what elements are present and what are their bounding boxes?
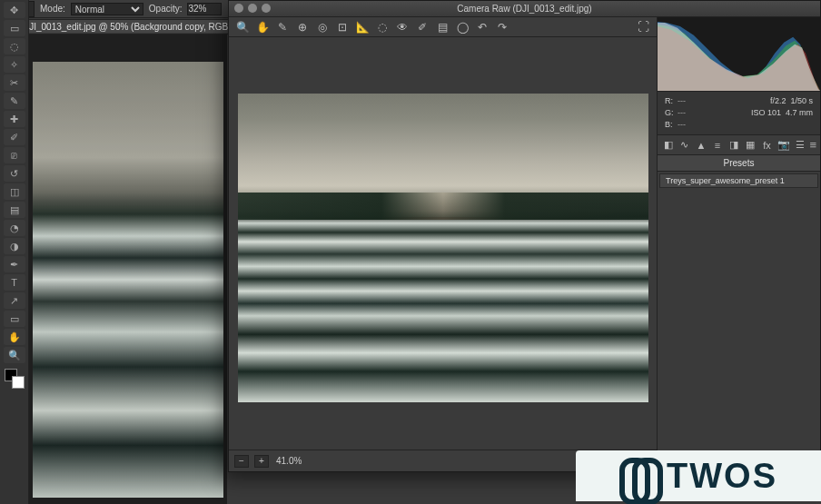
panel-title: Presets <box>658 155 820 172</box>
type-tool-icon[interactable]: T <box>4 274 25 291</box>
opacity-label: Opacity: <box>149 4 183 14</box>
stamp-tool-icon[interactable]: ⎚ <box>4 147 25 163</box>
camera-calib-panel-tab-icon[interactable]: 📷 <box>776 138 790 153</box>
photoshop-canvas[interactable] <box>29 35 227 504</box>
zoom-in-button[interactable]: + <box>254 455 269 468</box>
readout-r-label: R: <box>665 95 678 107</box>
crop-tool-icon[interactable]: ✂ <box>4 74 25 91</box>
photoshop-tool-palette: ✥ ▭ ◌ ✧ ✂ ✎ ✚ ✐ ⎚ ↺ ◫ ▤ ◔ ◑ ✒ T ↗ ▭ ✋ 🔍 <box>0 0 29 504</box>
window-close-icon[interactable] <box>234 4 243 13</box>
spot-removal-tool-icon[interactable]: ◌ <box>374 20 391 35</box>
fullscreen-toggle-icon[interactable]: ⛶ <box>635 20 651 35</box>
readout-b-value: --- <box>678 120 686 129</box>
readout-fstop: f/2.2 <box>770 96 786 105</box>
move-tool-icon[interactable]: ✥ <box>4 2 25 18</box>
window-minimize-icon[interactable] <box>248 4 257 13</box>
window-controls[interactable] <box>234 4 271 13</box>
window-zoom-icon[interactable] <box>262 4 271 13</box>
camera-raw-toolbar: 🔍 ✋ ✎ ⊕ ◎ ⊡ 📐 ◌ 👁 ✐ ▤ ◯ ↶ ↷ ⛶ <box>229 17 657 37</box>
readout-b-label: B: <box>665 119 678 131</box>
hand-tool-icon[interactable]: ✋ <box>254 20 271 35</box>
eyedropper-tool-icon[interactable]: ✎ <box>4 93 25 109</box>
blend-mode-select[interactable]: Normal <box>71 3 143 15</box>
rotate-cw-icon[interactable]: ↷ <box>494 20 510 35</box>
readout-g-value: --- <box>678 108 686 117</box>
camera-raw-side-panel: R:--- f/2.2 1/50 s G:--- ISO 101 4.7 mm … <box>657 17 820 471</box>
readout-g-label: G: <box>665 107 678 119</box>
graduated-filter-tool-icon[interactable]: ▤ <box>434 20 450 35</box>
shape-tool-icon[interactable]: ▭ <box>4 311 25 327</box>
target-adjust-tool-icon[interactable]: ◎ <box>314 20 331 35</box>
adjustment-panel-tabs: ◧ ∿ ▲ ≡ ◨ ▦ fx 📷 ☰ ≡ <box>658 135 820 155</box>
zoom-tool-icon[interactable]: 🔍 <box>234 20 251 35</box>
color-swatches[interactable] <box>5 369 25 389</box>
wand-tool-icon[interactable]: ✧ <box>4 56 25 73</box>
hsl-panel-tab-icon[interactable]: ≡ <box>710 138 724 153</box>
histogram[interactable] <box>658 17 820 92</box>
zoom-out-button[interactable]: − <box>234 455 249 468</box>
crop-tool-icon[interactable]: ⊡ <box>334 20 351 35</box>
color-sampler-tool-icon[interactable]: ⊕ <box>294 20 311 35</box>
blur-tool-icon[interactable]: ◔ <box>4 220 25 236</box>
camera-raw-preview-area[interactable] <box>229 37 657 450</box>
zoom-tool-icon[interactable]: 🔍 <box>4 347 25 363</box>
white-balance-tool-icon[interactable]: ✎ <box>274 20 291 35</box>
rotate-ccw-icon[interactable]: ↶ <box>474 20 490 35</box>
lens-panel-tab-icon[interactable]: ▦ <box>744 138 757 153</box>
curve-panel-tab-icon[interactable]: ∿ <box>678 138 691 153</box>
healing-tool-icon[interactable]: ✚ <box>4 111 25 127</box>
camera-raw-image <box>238 94 648 402</box>
readout-shutter: 1/50 s <box>790 96 813 105</box>
radial-filter-tool-icon[interactable]: ◯ <box>454 20 470 35</box>
straighten-tool-icon[interactable]: 📐 <box>354 20 371 35</box>
redeye-tool-icon[interactable]: 👁 <box>394 20 410 35</box>
path-tool-icon[interactable]: ↗ <box>4 292 25 309</box>
history-brush-tool-icon[interactable]: ↺ <box>4 165 25 182</box>
opacity-input[interactable] <box>187 3 222 15</box>
basic-panel-tab-icon[interactable]: ◧ <box>661 138 675 153</box>
readout-iso: ISO 101 <box>751 108 781 117</box>
watermark-badge: TWOS <box>576 450 821 501</box>
window-title: Camera Raw (DJI_0013_edit.jpg) <box>457 4 591 14</box>
fx-panel-tab-icon[interactable]: fx <box>760 138 774 153</box>
zoom-level[interactable]: 41.0% <box>276 456 302 466</box>
mode-label: Mode: <box>40 4 65 14</box>
watermark-text: TWOS <box>667 457 777 496</box>
split-tone-panel-tab-icon[interactable]: ◨ <box>727 138 741 153</box>
brush-tool-icon[interactable]: ✐ <box>4 129 25 145</box>
pen-tool-icon[interactable]: ✒ <box>4 256 25 272</box>
eraser-tool-icon[interactable]: ◫ <box>4 183 25 200</box>
watermark-logo-icon <box>619 456 659 496</box>
background-swatch[interactable] <box>12 376 25 389</box>
preset-item[interactable]: Treys_super_awesome_preset 1 <box>659 173 818 188</box>
info-readout: R:--- f/2.2 1/50 s G:--- ISO 101 4.7 mm … <box>658 92 820 135</box>
document-tab-label: DJI_0013_edit.jpg @ 50% (Background copy… <box>23 22 247 32</box>
hand-tool-icon[interactable]: ✋ <box>4 329 25 345</box>
svg-marker-3 <box>658 23 820 91</box>
camera-raw-titlebar[interactable]: Camera Raw (DJI_0013_edit.jpg) <box>229 1 820 17</box>
dodge-tool-icon[interactable]: ◑ <box>4 238 25 254</box>
lasso-tool-icon[interactable]: ◌ <box>4 38 25 54</box>
readout-focal: 4.7 mm <box>786 108 813 117</box>
camera-raw-window: Camera Raw (DJI_0013_edit.jpg) 🔍 ✋ ✎ ⊕ ◎… <box>228 0 821 472</box>
gradient-tool-icon[interactable]: ▤ <box>4 202 25 218</box>
adjustment-brush-tool-icon[interactable]: ✐ <box>414 20 430 35</box>
presets-panel-tab-icon[interactable]: ☰ <box>793 138 806 153</box>
photoshop-document-image <box>33 62 223 498</box>
panel-menu-icon[interactable]: ≡ <box>809 138 816 152</box>
readout-r-value: --- <box>678 96 686 105</box>
marquee-tool-icon[interactable]: ▭ <box>4 20 25 36</box>
detail-panel-tab-icon[interactable]: ▲ <box>694 138 707 153</box>
presets-list: Treys_super_awesome_preset 1 <box>658 172 820 455</box>
